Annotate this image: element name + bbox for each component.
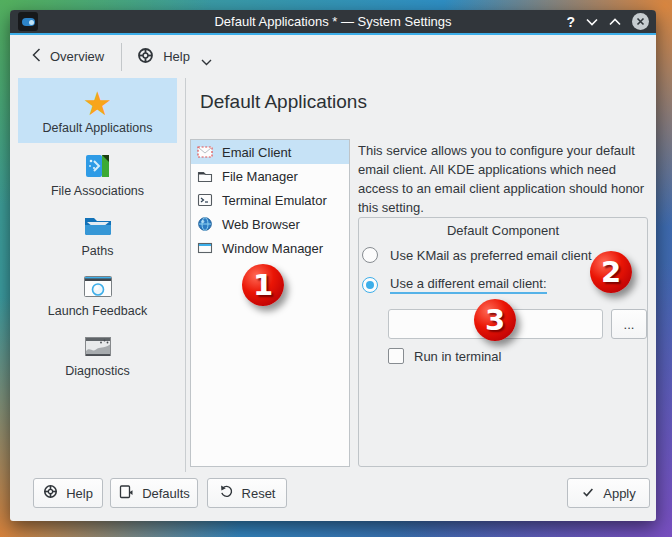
browse-button[interactable]: ... — [611, 309, 647, 339]
defaults-icon — [118, 484, 134, 503]
help-lifering-icon — [137, 47, 154, 67]
reset-button-label: Reset — [242, 486, 276, 501]
description-line: This service allows you to configure you… — [358, 141, 654, 160]
diagnostics-icon — [82, 329, 114, 363]
toolbar-separator — [121, 43, 122, 71]
service-description: This service allows you to configure you… — [358, 141, 654, 217]
overview-button[interactable]: Overview — [32, 48, 104, 65]
close-button[interactable] — [632, 13, 649, 30]
sidebar-item-paths[interactable]: Paths — [18, 203, 177, 263]
help-lifering-icon — [43, 484, 58, 502]
list-item-email-client[interactable]: Email Client — [191, 140, 349, 164]
run-in-terminal-option[interactable]: Run in terminal — [388, 348, 501, 364]
radio-label: Use KMail as preferred email client — [390, 248, 592, 263]
folder-outline-icon — [197, 168, 213, 184]
defaults-button[interactable]: Defaults — [110, 478, 198, 508]
apply-button[interactable]: Apply — [567, 478, 650, 508]
sidebar-item-launch-feedback[interactable]: Launch Feedback — [18, 263, 177, 323]
radio-use-kmail[interactable]: Use KMail as preferred email client — [362, 247, 592, 263]
folder-icon — [82, 209, 114, 243]
sidebar-item-label: Launch Feedback — [48, 304, 147, 318]
file-associations-icon — [82, 149, 114, 183]
terminal-icon — [197, 192, 213, 208]
maximize-icon[interactable] — [609, 14, 621, 29]
minimize-icon[interactable] — [586, 14, 598, 29]
sidebar-item-default-applications[interactable]: ★ Default Applications — [18, 78, 177, 143]
sidebar-item-diagnostics[interactable]: Diagnostics — [18, 323, 177, 383]
help-button-label: Help — [66, 486, 93, 501]
system-settings-window: Default Applications * — System Settings… — [10, 10, 656, 521]
overview-label: Overview — [50, 49, 104, 64]
list-item-web-browser[interactable]: Web Browser — [191, 212, 349, 236]
email-icon — [197, 144, 213, 160]
back-chevron-icon — [32, 48, 41, 65]
checkbox-label: Run in terminal — [414, 349, 501, 364]
star-icon: ★ — [83, 86, 113, 120]
sidebar-item-label: Diagnostics — [65, 364, 130, 378]
toolbar: Overview Help — [10, 35, 656, 78]
sidebar-item-file-associations[interactable]: File Associations — [18, 143, 177, 203]
titlebar-help-button[interactable]: ? — [566, 15, 575, 29]
radio-button-icon[interactable] — [362, 247, 378, 263]
window-title: Default Applications * — System Settings — [10, 10, 656, 33]
apply-button-label: Apply — [603, 486, 636, 501]
sidebar-item-label: Default Applications — [43, 121, 153, 135]
sidebar: ★ Default Applications File Associations — [10, 78, 186, 472]
annotation-badge-1: 1 — [242, 264, 284, 306]
toolbar-help-button[interactable]: Help — [137, 44, 212, 69]
description-line: email client. All KDE applications which… — [358, 160, 654, 179]
window-icon — [197, 240, 213, 256]
checkmark-icon — [581, 485, 595, 502]
defaults-button-label: Defaults — [142, 486, 190, 501]
chevron-down-icon — [201, 54, 212, 69]
list-item-label: Web Browser — [222, 217, 300, 232]
launch-feedback-icon — [82, 269, 114, 303]
sidebar-item-label: File Associations — [51, 184, 144, 198]
radio-label: Use a different email client: — [390, 276, 547, 294]
radio-use-different-client[interactable]: Use a different email client: — [362, 276, 547, 294]
checkbox-icon[interactable] — [388, 348, 404, 364]
list-item-label: Window Manager — [222, 241, 323, 256]
list-item-terminal-emulator[interactable]: Terminal Emulator — [191, 188, 349, 212]
list-item-label: Email Client — [222, 145, 291, 160]
radio-button-selected-icon[interactable] — [362, 277, 378, 293]
annotation-badge-2: 2 — [590, 251, 632, 293]
reset-button[interactable]: Reset — [207, 478, 287, 508]
list-item-label: File Manager — [222, 169, 298, 184]
globe-icon — [197, 216, 213, 232]
titlebar: Default Applications * — System Settings… — [10, 10, 656, 33]
list-item-file-manager[interactable]: File Manager — [191, 164, 349, 188]
sidebar-item-label: Paths — [82, 244, 114, 258]
toolbar-help-label: Help — [163, 49, 190, 64]
list-item-window-manager[interactable]: Window Manager — [191, 236, 349, 260]
help-button[interactable]: Help — [33, 478, 103, 508]
annotation-badge-3: 3 — [474, 299, 516, 341]
list-item-label: Terminal Emulator — [222, 193, 327, 208]
page-title: Default Applications — [200, 91, 367, 113]
description-line: access to an email client application sh… — [358, 179, 654, 198]
groupbox-title: Default Component — [359, 223, 647, 238]
undo-icon — [219, 484, 234, 502]
description-line: this setting. — [358, 198, 654, 217]
